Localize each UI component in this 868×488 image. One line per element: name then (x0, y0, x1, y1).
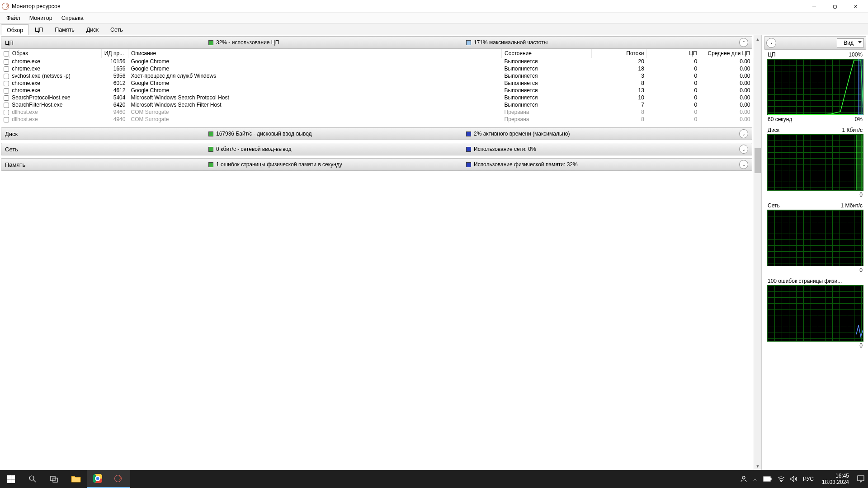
disk-io-metric: 167936 Байт/с - дисковый ввод-вывод (208, 131, 466, 137)
cell-threads: 18 (591, 65, 646, 72)
row-checkbox[interactable] (4, 95, 9, 101)
people-icon[interactable] (740, 475, 747, 483)
row-checkbox[interactable] (4, 66, 9, 72)
volume-icon[interactable] (790, 476, 797, 482)
cell-pid: 4612 (101, 87, 128, 94)
table-row[interactable]: chrome.exe6012Google ChromeВыполняется80… (1, 80, 753, 87)
task-view-icon (50, 475, 58, 483)
col-state[interactable]: Состояние (502, 49, 592, 58)
cell-desc: COM Surrogate (128, 116, 501, 123)
table-row[interactable]: SearchFilterHost.exe6420Microsoft Window… (1, 101, 753, 108)
cpu-freq-metric: 171% максимальной частоты (466, 39, 739, 46)
task-view-button[interactable] (43, 470, 65, 488)
row-checkbox[interactable] (4, 59, 9, 65)
graph-network: Сеть1 Мбит/с 0 (767, 202, 863, 276)
taskbar-explorer[interactable] (65, 470, 87, 488)
expand-disk-button[interactable]: ⌄ (739, 129, 748, 138)
menu-help[interactable]: Справка (57, 13, 88, 23)
table-row[interactable]: chrome.exe10156Google ChromeВыполняется2… (1, 58, 753, 65)
svg-point-0 (29, 476, 34, 480)
scroll-down-icon[interactable]: ▼ (754, 462, 761, 470)
table-row[interactable]: dllhost.exe4940COM SurrogateПрервана800.… (1, 116, 753, 123)
taskbar-resmon[interactable] (108, 470, 130, 488)
select-all-checkbox[interactable] (4, 51, 9, 56)
table-row[interactable]: dllhost.exe9460COM SurrogateПрервана800.… (1, 108, 753, 116)
cell-state: Выполняется (502, 94, 592, 101)
col-cpu[interactable]: ЦП (647, 49, 700, 58)
collapse-right-pane-button[interactable]: › (766, 38, 776, 48)
row-checkbox[interactable] (4, 88, 9, 94)
row-checkbox[interactable] (4, 103, 9, 108)
table-row[interactable]: SearchProtocolHost.exe5404Microsoft Wind… (1, 94, 753, 101)
cell-threads: 8 (591, 108, 646, 116)
cell-desc: Microsoft Windows Search Filter Host (128, 101, 501, 108)
tab-network[interactable]: Сеть (104, 24, 129, 35)
section-header-network[interactable]: Сеть 0 кбит/с - сетевой ввод-вывод Испол… (1, 143, 752, 155)
row-checkbox[interactable] (4, 74, 9, 79)
col-avgcpu[interactable]: Среднее для ЦП (700, 49, 753, 58)
folder-icon (71, 475, 81, 483)
section-title-memory: Память (5, 161, 208, 168)
section-header-cpu[interactable]: ЦП 32% - использование ЦП 171% максималь… (1, 36, 752, 49)
menu-file[interactable]: Файл (2, 13, 25, 23)
wifi-icon[interactable] (778, 476, 785, 482)
cell-desc: Google Chrome (128, 87, 501, 94)
col-threads[interactable]: Потоки (591, 49, 646, 58)
table-row[interactable]: chrome.exe1656Google ChromeВыполняется18… (1, 65, 753, 72)
taskbar-clock[interactable]: 16:45 18.03.2024 (819, 473, 852, 485)
cell-cpu: 0 (647, 72, 700, 80)
expand-net-button[interactable]: ⌄ (739, 145, 748, 154)
app-icon (2, 3, 9, 10)
cell-pid: 6012 (101, 80, 128, 87)
table-row[interactable]: svchost.exe (netsvcs -p)5956Хост-процесс… (1, 72, 753, 80)
cell-image: SearchFilterHost.exe (9, 101, 101, 108)
col-desc[interactable]: Описание (128, 49, 501, 58)
svg-point-9 (742, 476, 745, 479)
cell-avgcpu: 0.00 (700, 80, 753, 87)
scroll-up-icon[interactable]: ▲ (754, 35, 761, 43)
table-row[interactable]: chrome.exe4612Google ChromeВыполняется13… (1, 87, 753, 94)
cell-threads: 13 (591, 87, 646, 94)
col-pid[interactable]: ИД пр... (101, 49, 128, 58)
language-indicator[interactable]: РУС (803, 476, 814, 482)
cell-state: Прервана (502, 108, 592, 116)
section-header-memory[interactable]: Память 1 ошибок страницы физической памя… (1, 158, 752, 171)
cell-avgcpu: 0.00 (700, 101, 753, 108)
collapse-cpu-button[interactable]: ⌃ (739, 38, 748, 47)
action-center-icon[interactable] (857, 475, 864, 483)
section-header-disk[interactable]: Диск 167936 Байт/с - дисковый ввод-вывод… (1, 127, 752, 140)
cell-desc: Microsoft Windows Search Protocol Host (128, 94, 501, 101)
expand-mem-button[interactable]: ⌄ (739, 160, 748, 169)
row-checkbox[interactable] (4, 117, 9, 122)
taskbar-search[interactable] (22, 470, 43, 488)
maximize-button[interactable]: ▢ (825, 0, 845, 13)
menu-monitor[interactable]: Монитор (25, 13, 57, 23)
taskbar-chrome[interactable] (87, 470, 108, 488)
col-image[interactable]: Образ (9, 49, 101, 58)
tab-cpu[interactable]: ЦП (29, 24, 49, 35)
net-usage-metric: Использование сети: 0% (466, 146, 739, 152)
view-dropdown[interactable]: Вид (837, 38, 864, 47)
right-pane: › Вид ЦП100% 60 секунд0% Диск1 Кбит/с 0 (762, 35, 868, 470)
section-title-disk: Диск (5, 131, 208, 137)
battery-icon[interactable] (763, 476, 772, 482)
cell-pid: 1656 (101, 65, 128, 72)
cell-desc: Google Chrome (128, 65, 501, 72)
start-button[interactable] (0, 470, 22, 488)
tab-memory[interactable]: Память (49, 24, 80, 35)
tab-disk[interactable]: Диск (80, 24, 104, 35)
cell-state: Выполняется (502, 58, 592, 65)
scroll-thumb[interactable] (755, 148, 761, 173)
tray-chevron-icon[interactable]: ︿ (753, 476, 758, 483)
close-button[interactable]: ✕ (845, 0, 866, 13)
tab-overview[interactable]: Обзор (1, 24, 29, 35)
cell-image: dllhost.exe (9, 116, 101, 123)
minimize-button[interactable]: ─ (804, 0, 825, 13)
disk-active-metric: 2% активного времени (максимально) (466, 131, 739, 137)
cell-state: Выполняется (502, 80, 592, 87)
row-checkbox[interactable] (4, 81, 9, 86)
cell-cpu: 0 (647, 80, 700, 87)
row-checkbox[interactable] (4, 110, 9, 115)
net-io-metric: 0 кбит/с - сетевой ввод-вывод (208, 146, 466, 152)
left-scrollbar[interactable]: ▲ ▼ (754, 35, 761, 470)
